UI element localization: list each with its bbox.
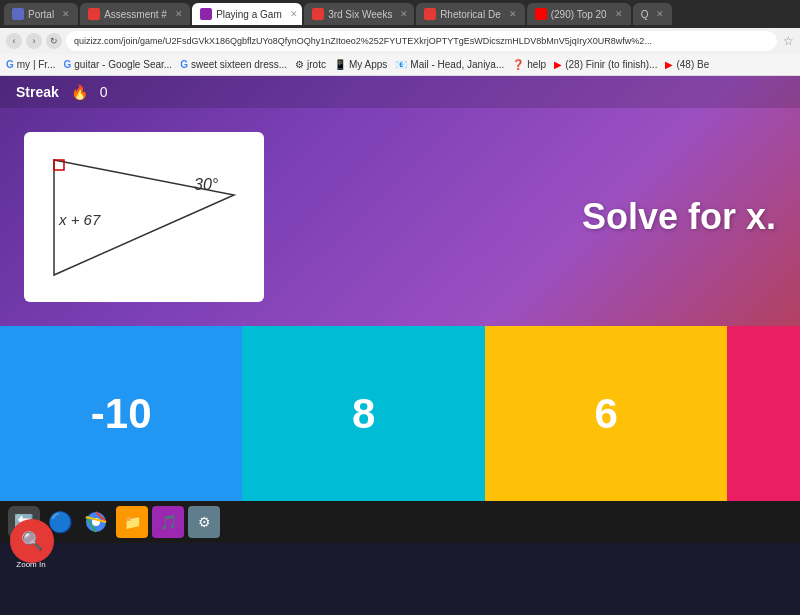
streak-label: Streak [16,84,59,100]
address-bar[interactable]: quizizz.com/join/game/U2FsdGVkX186Qgbflz… [66,31,777,51]
bookmark-icon-jrotc: ⚙ [295,59,304,70]
taskbar-icon-settings[interactable]: ⚙ [188,506,220,538]
triangle-card: 30° x + 67 [24,132,264,302]
answer-button-negative10[interactable]: -10 [0,326,242,501]
streak-count: 0 [100,84,108,100]
bookmark-label-guitar: guitar - Google Sear... [74,59,172,70]
tab-icon-playing [200,8,212,20]
streak-flame-icon: 🔥 [71,84,88,100]
tab-close-youtube290[interactable]: ✕ [615,9,623,19]
tab-label-assessment: Assessment # [104,9,167,20]
taskbar: 🔙 🔵 📁 🎵 ⚙ [0,501,800,543]
taskbar-icon-chrome[interactable] [80,506,112,538]
bookmark-help[interactable]: ❓ help [512,59,546,70]
tab-label-extra: Q [641,9,649,20]
taskbar-icon-files[interactable]: 📁 [116,506,148,538]
bookmark-label-jrotc: jrotc [307,59,326,70]
address-bar-row: ‹ › ↻ quizizz.com/join/game/U2FsdGVkX186… [0,28,800,54]
tab-close-portal[interactable]: ✕ [62,9,70,19]
zoom-icon: 🔍 [21,530,43,552]
answer-label-6: 6 [594,390,617,438]
answer-button-8[interactable]: 8 [242,326,484,501]
tab-icon-sixweeks [312,8,324,20]
question-area: 30° x + 67 Solve for x. [0,108,800,326]
tab-icon-assessment [88,8,100,20]
tab-icon-portal [12,8,24,20]
bookmark-icon-mail: 📧 [395,59,407,70]
back-button[interactable]: ‹ [6,33,22,49]
svg-text:30°: 30° [194,176,219,193]
answer-button-6[interactable]: 6 [485,326,727,501]
tab-label-youtube290: (290) Top 20 [551,9,607,20]
tab-assessment[interactable]: Assessment # ✕ [80,3,190,25]
tab-sixweeks[interactable]: 3rd Six Weeks ✕ [304,3,414,25]
triangle-diagram: 30° x + 67 [39,145,249,290]
bookmark-icon-be: ▶ [665,59,673,70]
bookmark-label-myfr: my | Fr... [17,59,56,70]
quiz-container: Streak 🔥 0 30° x + 67 Solve for x. -10 [0,76,800,501]
solve-for-x-text: Solve for x. [582,196,776,238]
bookmark-icon-guitar: G [64,59,72,70]
tab-close-playing[interactable]: ✕ [290,9,298,19]
bookmark-icon-myapps: 📱 [334,59,346,70]
answer-label-8: 8 [352,390,375,438]
bookmark-label-myapps: My Apps [349,59,387,70]
bookmark-be[interactable]: ▶ (48) Be [665,59,709,70]
tab-close-sixweeks[interactable]: ✕ [400,9,408,19]
tab-extra[interactable]: Q ✕ [633,3,673,25]
streak-bar: Streak 🔥 0 [0,76,800,108]
bookmark-dress[interactable]: G sweet sixteen dress... [180,59,287,70]
tab-icon-rhetorical [424,8,436,20]
bookmark-label-finir: (28) Finir (to finish)... [565,59,657,70]
tab-close-extra[interactable]: ✕ [656,9,664,19]
bookmark-guitar[interactable]: G guitar - Google Sear... [64,59,173,70]
tab-label-rhetorical: Rhetorical De [440,9,501,20]
tab-youtube290[interactable]: (290) Top 20 ✕ [527,3,631,25]
bookmark-icon-help: ❓ [512,59,524,70]
star-icon[interactable]: ☆ [783,34,794,48]
tab-label-portal: Portal [28,9,54,20]
browser-chrome: Portal ✕ Assessment # ✕ Playing a Gam ✕ … [0,0,800,76]
tab-label-playing: Playing a Gam [216,9,282,20]
reload-button[interactable]: ↻ [46,33,62,49]
tab-icon-youtube290 [535,8,547,20]
forward-button[interactable]: › [26,33,42,49]
bookmark-icon-dress: G [180,59,188,70]
address-text: quizizz.com/join/game/U2FsdGVkX186Qgbflz… [74,36,652,46]
bookmark-jrotc[interactable]: ⚙ jrotc [295,59,326,70]
answer-label-negative10: -10 [91,390,152,438]
taskbar-icon-music[interactable]: 🎵 [152,506,184,538]
tab-playing[interactable]: Playing a Gam ✕ [192,3,302,25]
tab-portal[interactable]: Portal ✕ [4,3,78,25]
bookmark-myapps[interactable]: 📱 My Apps [334,59,387,70]
answers-row: -10 8 6 [0,326,800,501]
zoom-in-button[interactable]: 🔍 [10,519,54,563]
tab-close-rhetorical[interactable]: ✕ [509,9,517,19]
bookmark-label-be: (48) Be [676,59,709,70]
answer-button-4[interactable] [727,326,800,501]
bookmark-label-mail: Mail - Head, Janiya... [410,59,504,70]
bookmark-icon-finir: ▶ [554,59,562,70]
tab-bar: Portal ✕ Assessment # ✕ Playing a Gam ✕ … [0,0,800,28]
bookmarks-bar: G my | Fr... G guitar - Google Sear... G… [0,54,800,76]
bookmark-myfr[interactable]: G my | Fr... [6,59,56,70]
bookmark-label-dress: sweet sixteen dress... [191,59,287,70]
bookmark-mail[interactable]: 📧 Mail - Head, Janiya... [395,59,504,70]
bookmark-finir[interactable]: ▶ (28) Finir (to finish)... [554,59,657,70]
bookmark-label-help: help [527,59,546,70]
tab-close-assessment[interactable]: ✕ [175,9,183,19]
svg-text:x + 67: x + 67 [58,211,101,228]
tab-rhetorical[interactable]: Rhetorical De ✕ [416,3,525,25]
tab-label-sixweeks: 3rd Six Weeks [328,9,392,20]
bookmark-icon-myfr: G [6,59,14,70]
